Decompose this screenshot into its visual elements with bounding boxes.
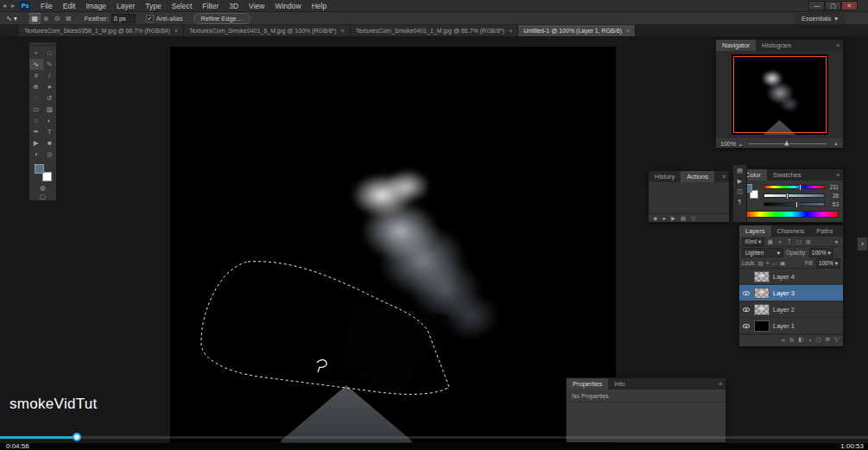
canvas[interactable] [170, 47, 616, 443]
close-icon[interactable]: × [626, 28, 630, 34]
delete-layer-icon[interactable]: ▽ [834, 336, 839, 343]
marquee-tool[interactable]: □ [43, 48, 57, 59]
document-tab-smoke-6[interactable]: TexturesCom_Smoke0401_6_M.jpg @ 100% (RG… [184, 25, 351, 36]
navigator-view-box[interactable] [733, 56, 827, 133]
lock-position-icon[interactable]: ↔ [772, 260, 778, 266]
menu-help[interactable]: Help [307, 0, 332, 12]
crop-tool[interactable]: # [29, 70, 43, 81]
slider-handle[interactable] [799, 184, 801, 191]
filter-shape-icon[interactable]: ▢ [795, 238, 802, 245]
layer-style-icon[interactable]: fx [789, 337, 794, 343]
slider-handle[interactable] [786, 193, 789, 200]
layer-row-4[interactable]: Layer 4 [739, 269, 843, 285]
tab-info[interactable]: Info [608, 378, 631, 390]
shape-tool[interactable]: ■ [43, 137, 57, 149]
tool-preset-picker[interactable]: ∿ ▾ [0, 12, 24, 24]
blur-tool[interactable]: ○ [29, 115, 43, 126]
link-layers-icon[interactable]: ∞ [782, 337, 786, 343]
back-arrow-icon[interactable]: ◂ [0, 2, 9, 10]
document-tab-untitled[interactable]: Untitled-1 @ 100% (Layer 1, RGB/8) × [518, 25, 636, 36]
hand-tool[interactable]: ◖ [29, 149, 43, 160]
menu-select[interactable]: Select [167, 0, 198, 12]
refine-edge-button[interactable]: Refine Edge… [193, 13, 251, 24]
stop-icon[interactable]: ■ [654, 215, 657, 221]
gradient-tool[interactable]: ▨ [43, 104, 57, 115]
screen-mode-icon[interactable]: ▢ [40, 193, 46, 200]
feather-input[interactable] [111, 14, 136, 23]
tab-layers[interactable]: Layers [739, 225, 771, 237]
workspace-switcher[interactable]: Essentials ▾ [795, 13, 844, 24]
add-selection-mode-icon[interactable]: ⊕ [41, 13, 52, 24]
panel-menu-icon[interactable]: ≡ [719, 174, 729, 180]
opacity-dropdown[interactable]: 100% ▾ [809, 248, 833, 257]
quick-mask-icon[interactable]: ◍ [40, 184, 46, 192]
foreground-color-swatch[interactable] [35, 164, 44, 174]
new-selection-mode-icon[interactable]: ▦ [29, 13, 41, 24]
filter-type-icon[interactable]: T [785, 238, 793, 244]
minimize-button[interactable]: — [808, 1, 825, 10]
tab-navigator[interactable]: Navigator [716, 40, 756, 51]
lock-transparency-icon[interactable]: ▨ [758, 260, 763, 267]
menu-edit[interactable]: Edit [58, 0, 81, 12]
zoom-out-icon[interactable]: ▴ [739, 141, 742, 147]
dock-paragraph-icon[interactable]: ¶ [738, 199, 742, 205]
lasso-tool[interactable]: ∿ [29, 59, 43, 70]
panel-expand-chevron[interactable]: › [857, 237, 868, 251]
menu-layer[interactable]: Layer [111, 0, 140, 12]
visibility-toggle[interactable] [741, 291, 751, 295]
filter-adjustment-icon[interactable]: ◑ [776, 238, 783, 244]
lock-all-icon[interactable]: ▣ [780, 260, 785, 267]
saturation-value[interactable]: 36 [827, 193, 839, 199]
menu-type[interactable]: Type [140, 0, 166, 12]
visibility-toggle[interactable] [741, 275, 751, 279]
hue-value[interactable]: 211 [827, 184, 839, 190]
new-action-icon[interactable]: ▤ [681, 215, 686, 222]
zoom-slider-handle[interactable] [784, 141, 789, 146]
filter-pixel-icon[interactable]: ▦ [766, 238, 774, 245]
fill-dropdown[interactable]: 100% ▾ [816, 258, 840, 268]
dock-character-icon[interactable]: ◫ [737, 188, 743, 195]
blend-mode-dropdown[interactable]: Lighten ▾ [742, 248, 783, 257]
delete-icon[interactable]: ▽ [691, 215, 695, 222]
visibility-toggle[interactable] [741, 307, 751, 312]
tab-histogram[interactable]: Histogram [756, 40, 797, 51]
type-tool[interactable]: T [43, 126, 57, 137]
layer-name[interactable]: Layer 3 [773, 289, 795, 297]
zoom-slider[interactable] [748, 143, 827, 144]
zoom-in-icon[interactable]: ▲ [833, 141, 839, 146]
intersect-selection-mode-icon[interactable]: ⊠ [63, 13, 74, 24]
video-timeline[interactable] [0, 436, 868, 439]
restore-button[interactable]: ▢ [825, 1, 841, 10]
menu-3d[interactable]: 3D [224, 0, 244, 12]
close-button[interactable]: ✕ [841, 1, 858, 10]
panel-menu-icon[interactable]: ≡ [833, 42, 843, 48]
layer-thumbnail[interactable] [754, 288, 770, 299]
layer-group-icon[interactable]: ▢ [815, 336, 820, 343]
play-icon[interactable]: ▶ [671, 215, 675, 222]
quick-selection-tool[interactable]: ✎ [43, 59, 57, 70]
filter-smart-object-icon[interactable]: ◍ [804, 238, 812, 245]
zoom-tool[interactable]: ◎ [43, 149, 57, 160]
saturation-slider[interactable] [763, 193, 825, 198]
layer-name[interactable]: Layer 2 [773, 306, 795, 314]
color-spectrum-ramp[interactable] [744, 211, 839, 218]
subtract-selection-mode-icon[interactable]: ⊖ [52, 13, 63, 24]
layer-row-3[interactable]: Layer 3 [739, 285, 843, 301]
menu-filter[interactable]: Filter [197, 0, 224, 12]
menu-file[interactable]: File [35, 0, 58, 12]
close-icon[interactable]: × [341, 28, 345, 34]
panel-menu-icon[interactable]: ≡ [833, 172, 843, 178]
tab-actions[interactable]: Actions [681, 171, 714, 182]
tab-swatches[interactable]: Swatches [767, 169, 808, 181]
tab-paths[interactable]: Paths [810, 225, 839, 237]
new-layer-icon[interactable]: ⊞ [826, 336, 830, 343]
zoom-level[interactable]: 100% [720, 141, 736, 147]
layer-name[interactable]: Layer 1 [773, 322, 795, 330]
dock-history-icon[interactable]: ▤ [737, 168, 743, 174]
layer-thumbnail[interactable] [754, 304, 770, 315]
dodge-tool[interactable]: ◐ [43, 115, 57, 126]
lock-pixels-icon[interactable]: + [766, 260, 770, 266]
layer-thumbnail[interactable] [754, 271, 770, 282]
layer-thumbnail[interactable] [754, 320, 770, 332]
visibility-toggle[interactable] [741, 324, 751, 328]
